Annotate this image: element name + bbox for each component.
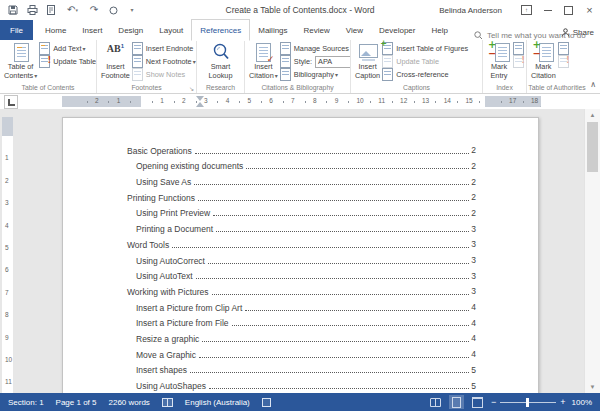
zoom-out-button[interactable]: − bbox=[491, 398, 496, 407]
print-preview-icon[interactable] bbox=[45, 4, 57, 16]
update-table-button[interactable]: Update Table bbox=[39, 55, 96, 68]
print-layout-button[interactable] bbox=[449, 395, 464, 409]
read-mode-button[interactable] bbox=[428, 395, 443, 409]
mark-entry-button[interactable]: MarkEntry bbox=[485, 41, 513, 81]
tab-references[interactable]: References bbox=[191, 19, 250, 41]
tab-selector[interactable] bbox=[4, 95, 18, 109]
quick-print-icon[interactable] bbox=[26, 4, 38, 16]
toc-entry[interactable]: Printing Functions2 bbox=[127, 187, 476, 203]
insert-table-of-authorities-button[interactable] bbox=[558, 42, 569, 55]
smart-lookup-button[interactable]: SmartLookup bbox=[207, 41, 235, 81]
web-layout-button[interactable] bbox=[470, 395, 485, 409]
next-footnote-button[interactable]: Next Footnote▾ bbox=[132, 55, 196, 68]
ribbon-tabs: HomeInsertDesignLayoutReferencesMailings… bbox=[37, 20, 456, 40]
dropdown-arrow-icon: ▾ bbox=[335, 71, 338, 78]
tab-mailings[interactable]: Mailings bbox=[250, 21, 295, 40]
insert-caption-button[interactable]: InsertCaption bbox=[353, 41, 382, 81]
zoom-slider-thumb[interactable] bbox=[526, 398, 529, 407]
scroll-up-icon[interactable]: ▲ bbox=[585, 109, 600, 121]
update-index-button[interactable] bbox=[513, 55, 524, 68]
toc-entry[interactable]: Move a Graphic4 bbox=[127, 344, 476, 360]
add-text-button[interactable]: Add Text▾ bbox=[39, 42, 96, 55]
proofing-errors-icon[interactable] bbox=[162, 398, 173, 407]
mark-citation-icon bbox=[531, 42, 555, 63]
manage-sources-button[interactable]: Manage Sources bbox=[280, 42, 351, 55]
maximize-button[interactable] bbox=[558, 0, 579, 20]
vertical-ruler[interactable]: 1234567891011 bbox=[2, 117, 13, 393]
table-of-contents-button[interactable]: Table ofContents▾ bbox=[2, 41, 39, 81]
tab-file[interactable]: File bbox=[0, 20, 33, 40]
tab-insert[interactable]: Insert bbox=[74, 21, 110, 40]
status-section[interactable]: Section: 1 bbox=[8, 398, 44, 407]
style-icon bbox=[280, 55, 291, 68]
insert-footnote-button[interactable]: InsertFootnote bbox=[99, 41, 132, 81]
show-notes-button[interactable]: Show Notes bbox=[132, 68, 196, 81]
toc-page-number: 2 bbox=[471, 208, 476, 218]
touch-mode-icon[interactable] bbox=[107, 4, 119, 16]
insert-citation-button[interactable]: InsertCitation▾ bbox=[247, 41, 280, 81]
toc-entry[interactable]: Using Print Preview2 bbox=[127, 203, 476, 219]
zoom-in-button[interactable]: + bbox=[560, 398, 565, 407]
toc-entry[interactable]: Insert shapes5 bbox=[127, 360, 476, 376]
ribbon-group-index: MarkEntry Index bbox=[483, 40, 527, 93]
save-icon[interactable] bbox=[7, 4, 19, 16]
tab-review[interactable]: Review bbox=[296, 21, 338, 40]
insert-table-of-figures-button[interactable]: Insert Table of Figures bbox=[382, 42, 468, 55]
zoom-level[interactable]: 100% bbox=[572, 398, 592, 407]
toc-page-number: 3 bbox=[471, 239, 476, 249]
toc-entry[interactable]: Using AutoShapes5 bbox=[127, 375, 476, 391]
toc-entry[interactable]: Resize a graphic4 bbox=[127, 328, 476, 344]
scroll-down-icon[interactable]: ▼ bbox=[585, 381, 600, 393]
toc-entry[interactable]: Using AutoCorrect3 bbox=[127, 250, 476, 266]
scrollbar-thumb[interactable] bbox=[587, 122, 598, 172]
first-line-indent-marker[interactable] bbox=[196, 96, 204, 101]
update-table-captions-button[interactable]: Update Table bbox=[382, 55, 468, 68]
toc-page-number: 3 bbox=[471, 286, 476, 296]
account-user-name[interactable]: Belinda Anderson bbox=[439, 6, 502, 15]
tab-help[interactable]: Help bbox=[423, 21, 455, 40]
toc-entry[interactable]: Opening existing documents2 bbox=[127, 156, 476, 172]
close-button[interactable]: × bbox=[579, 0, 600, 20]
status-word-count[interactable]: 2260 words bbox=[109, 398, 150, 407]
vertical-scrollbar[interactable]: ▲ ▼ bbox=[584, 109, 600, 393]
minimize-button[interactable] bbox=[537, 0, 558, 20]
tab-developer[interactable]: Developer bbox=[371, 21, 423, 40]
footnotes-dialog-launcher-icon[interactable]: ↘ bbox=[189, 86, 194, 92]
toc-entry[interactable]: Using Save As2 bbox=[127, 171, 476, 187]
toc-entry[interactable]: Insert a Picture from File4 bbox=[127, 313, 476, 329]
redo-icon[interactable]: ↷ bbox=[88, 4, 100, 16]
status-language[interactable]: English (Australia) bbox=[185, 398, 250, 407]
toc-entry[interactable]: Using AutoText3 bbox=[127, 266, 476, 282]
mark-citation-button[interactable]: MarkCitation bbox=[529, 41, 558, 81]
insert-endnote-button[interactable]: Insert Endnote bbox=[132, 42, 196, 55]
undo-icon[interactable]: ↶▾ bbox=[64, 4, 81, 16]
tab-layout[interactable]: Layout bbox=[151, 21, 191, 40]
toc-entry[interactable]: Basic Operations2 bbox=[127, 140, 476, 156]
hanging-indent-marker[interactable] bbox=[196, 102, 204, 107]
update-table-of-authorities-button[interactable] bbox=[558, 55, 569, 68]
collapse-ribbon-icon[interactable]: ∧ bbox=[590, 80, 596, 89]
tab-view[interactable]: View bbox=[338, 21, 371, 40]
next-footnote-icon bbox=[132, 55, 143, 68]
toc-entry[interactable]: Insert a Picture from Clip Art4 bbox=[127, 297, 476, 313]
toc-entry[interactable]: Working with Pictures3 bbox=[127, 281, 476, 297]
customize-quick-access-toolbar-icon[interactable]: ▾ bbox=[126, 4, 138, 16]
citation-style-dropdown[interactable]: APA ▾ bbox=[315, 56, 351, 68]
right-indent-marker[interactable] bbox=[540, 102, 541, 107]
bibliography-button[interactable]: Bibliography▾ bbox=[280, 68, 351, 81]
macro-recording-icon[interactable] bbox=[262, 398, 271, 407]
cross-reference-button[interactable]: Cross-reference bbox=[382, 68, 468, 81]
horizontal-ruler[interactable]: 211234567891011121314151718 bbox=[62, 96, 541, 107]
toc-entry[interactable]: Word Tools3 bbox=[127, 234, 476, 250]
group-label: Research bbox=[197, 84, 244, 91]
document-page[interactable]: Basic Operations2Opening existing docume… bbox=[62, 117, 539, 393]
toc-entry[interactable]: Printing a Document3 bbox=[127, 218, 476, 234]
insert-index-button[interactable] bbox=[513, 42, 524, 55]
status-page[interactable]: Page 1 of 5 bbox=[56, 398, 97, 407]
tab-design[interactable]: Design bbox=[110, 21, 151, 40]
tab-home[interactable]: Home bbox=[37, 21, 74, 40]
ribbon-group-research: SmartLookup Research bbox=[197, 40, 245, 93]
ribbon-display-options-icon[interactable]: ↑ bbox=[516, 0, 537, 20]
share-button[interactable]: Share bbox=[561, 28, 594, 37]
zoom-slider[interactable] bbox=[500, 402, 556, 403]
